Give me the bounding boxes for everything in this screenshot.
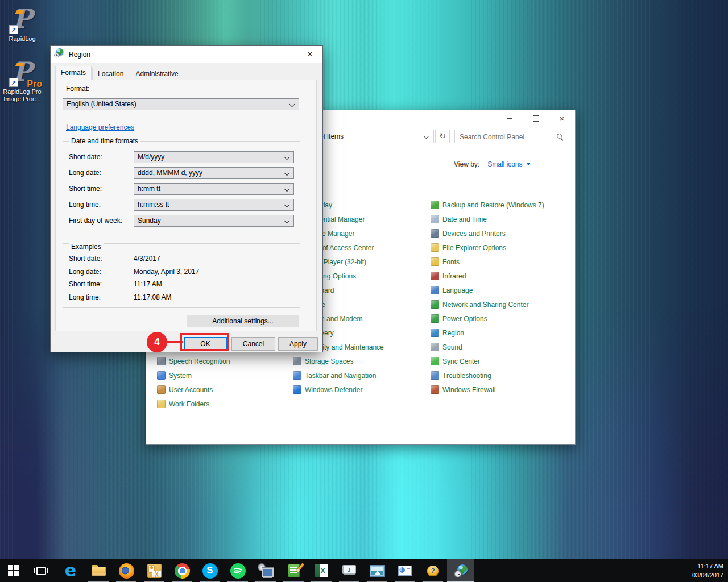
control-panel-item[interactable]: Windows Firewall [431, 383, 495, 397]
control-panel-item[interactable]: Storage Spaces [293, 354, 353, 368]
taskbar-chrome-button[interactable] [168, 559, 196, 582]
control-panel-item-icon [431, 357, 439, 365]
control-panel-item-label: System [169, 372, 192, 380]
control-panel-item[interactable]: Windows Defender [293, 383, 362, 397]
taskbar-outlook-button[interactable] [140, 559, 168, 582]
region-globe-icon [54, 48, 64, 58]
control-panel-item[interactable]: Backup and Restore (Windows 7) [431, 198, 544, 212]
taskbar-firefox-button[interactable] [113, 559, 140, 582]
region-globe-clock-icon [454, 564, 468, 577]
cancel-button[interactable]: Cancel [231, 337, 275, 351]
control-panel-item-icon [431, 329, 439, 337]
example-short-date-value: 4/3/2017 [134, 255, 160, 263]
control-panel-item[interactable]: Language [431, 283, 473, 297]
control-panel-item[interactable]: Region [431, 326, 464, 340]
long-date-dropdown[interactable]: dddd, MMMM d, yyyy [134, 167, 294, 179]
additional-settings-button[interactable]: Additional settings... [187, 315, 299, 327]
control-panel-item-label: User Accounts [169, 386, 213, 394]
taskbar-photo-viewer-button[interactable] [363, 559, 391, 582]
rapidlog-logo-icon: P ↗ [8, 6, 36, 33]
control-panel-item-icon [157, 385, 166, 394]
group-title: Date and time formats [69, 137, 140, 145]
control-panel-item[interactable]: Troubleshooting [431, 368, 491, 383]
clock-date: 03/04/2017 [692, 571, 723, 580]
datetime-formats-group: Date and time formats Short date: M/d/yy… [63, 141, 300, 244]
taskbar: 11:17 AM 03/04/2017 [0, 559, 728, 582]
taskbar-log-editor-button[interactable] [280, 559, 307, 582]
desktop-icon-rapidlog-pro[interactable]: P ↗ Pro RapidLog Pro Image Proc... [0, 59, 44, 103]
example-short-date-label: Short date: [69, 255, 102, 263]
control-panel-item[interactable]: File Explorer Options [431, 240, 506, 255]
file-explorer-icon [92, 565, 106, 576]
taskbar-excel-button[interactable] [308, 559, 335, 582]
remote-connection-icon [258, 563, 274, 578]
taskbar-region-button[interactable] [447, 559, 474, 582]
taskbar-edge-button[interactable] [57, 559, 84, 582]
control-panel-item[interactable]: Devices and Printers [431, 226, 506, 240]
control-panel-item[interactable]: Sync Center [431, 354, 480, 368]
taskbar-performance-monitor-button[interactable] [336, 559, 363, 582]
desktop: P ↗ RapidLog P ↗ Pro RapidLog Pro Image … [0, 0, 728, 582]
photo-viewer-icon [370, 566, 384, 576]
control-panel-item-icon [431, 314, 439, 323]
log-editor-icon [288, 564, 300, 577]
control-panel-item[interactable]: Work Folders [157, 397, 209, 411]
short-time-dropdown[interactable]: h:mm tt [134, 183, 294, 195]
control-panel-item[interactable]: Taskbar and Navigation [293, 368, 376, 383]
task-view-button[interactable] [27, 559, 55, 582]
control-panel-item-label: Language [442, 286, 473, 294]
control-panel-item[interactable]: Date and Time [431, 212, 487, 226]
taskbar-file-explorer-button[interactable] [85, 559, 112, 582]
control-panel-item-label: Speech Recognition [169, 357, 230, 365]
control-panel-item-icon [293, 371, 301, 380]
taskbar-skype-button[interactable] [196, 559, 224, 582]
control-panel-item-icon [431, 201, 439, 209]
short-date-dropdown[interactable]: M/d/yyyy [134, 151, 294, 163]
annotation-step-badge: 4 [147, 332, 167, 352]
dialog-titlebar: Region × [51, 46, 322, 63]
control-panel-item[interactable]: Fonts [431, 255, 460, 269]
outlook-icon [147, 564, 162, 578]
control-panel-item[interactable]: Sound [431, 340, 462, 354]
tab-administrative[interactable]: Administrative [130, 68, 184, 80]
skype-icon [202, 563, 218, 579]
first-day-dropdown[interactable]: Sunday [134, 215, 294, 227]
windows-start-icon [8, 565, 19, 576]
annotation-highlight-box [180, 333, 229, 351]
control-panel-item[interactable]: Network and Sharing Center [431, 297, 528, 311]
taskbar-spotify-button[interactable] [224, 559, 251, 582]
region-dialog: Region × Formats Location Administrative… [50, 45, 323, 352]
example-long-time-value: 11:17:08 AM [134, 293, 172, 301]
control-panel-item-label: Troubleshooting [442, 372, 491, 380]
control-panel-item[interactable]: Power Options [431, 311, 487, 326]
edge-icon [65, 563, 76, 579]
control-panel-item-label: Storage Spaces [305, 357, 353, 365]
control-panel-item[interactable]: Infrared [431, 269, 466, 283]
close-icon: × [307, 49, 312, 60]
language-preferences-link[interactable]: Language preferences [66, 123, 134, 131]
control-panel-item-icon [431, 286, 439, 294]
long-time-dropdown[interactable]: h:mm:ss tt [134, 199, 294, 211]
taskbar-presentation-button[interactable] [391, 559, 419, 582]
example-long-date-label: Long date: [69, 268, 101, 276]
start-button[interactable] [0, 559, 27, 582]
dialog-close-button[interactable]: × [297, 46, 322, 63]
taskbar-help-bell-button[interactable] [419, 559, 446, 582]
control-panel-item-label: Region [442, 329, 464, 337]
desktop-icon-rapidlog[interactable]: P ↗ RapidLog [0, 6, 44, 43]
control-panel-item-label: Backup and Restore (Windows 7) [442, 201, 544, 209]
long-time-label: Long time: [69, 201, 101, 209]
taskbar-clock[interactable]: 11:17 AM 03/04/2017 [692, 562, 723, 580]
apply-button[interactable]: Apply [278, 337, 318, 351]
task-view-icon [34, 566, 48, 575]
desktop-icon-label-2: Image Proc... [0, 95, 44, 103]
clock-time: 11:17 AM [692, 562, 723, 571]
control-panel-item-icon [157, 400, 166, 408]
control-panel-item[interactable]: Speech Recognition [157, 354, 230, 368]
control-panel-item[interactable]: System [157, 368, 192, 383]
format-dropdown[interactable]: English (United States) [63, 98, 299, 110]
tab-location[interactable]: Location [92, 68, 129, 80]
control-panel-item[interactable]: User Accounts [157, 383, 213, 397]
tab-formats[interactable]: Formats [55, 66, 92, 80]
taskbar-remote-connection-button[interactable] [252, 559, 279, 582]
